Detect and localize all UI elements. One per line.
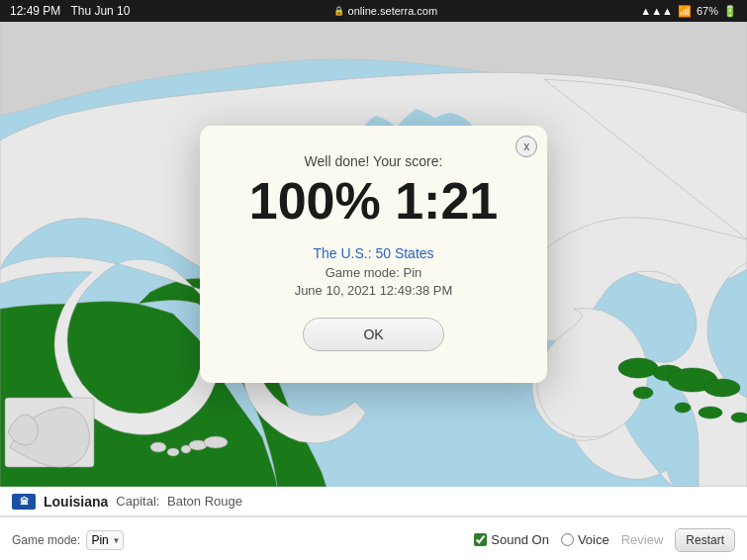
location-flag-icon: 🏛 [12,494,36,510]
status-day: Thu Jun 10 [70,4,130,18]
location-bar: 🏛 Louisiana Capital: Baton Rouge [0,487,747,516]
lock-icon: 🔒 [333,6,344,16]
modal-score: 100% 1:21 [249,173,499,230]
voice-label: Voice [578,532,609,547]
sound-on-checkbox-label[interactable]: Sound On [474,532,549,547]
status-bar-right: ▲▲▲ 📶 67% 🔋 [640,5,737,18]
battery-level: 67% [697,5,718,17]
location-capital-label: Capital: Baton Rouge [116,494,242,509]
status-bar-center: 🔒 online.seterra.com [333,5,438,17]
location-name: Louisiana [44,494,108,510]
restart-button[interactable]: Restart [675,528,735,552]
game-mode-section: Game mode: Pin [12,530,124,550]
battery-icon: 🔋 [723,5,737,18]
map-area: x Well done! Your score: 100% 1:21 The U… [0,22,747,487]
modal-ok-button[interactable]: OK [303,318,443,351]
game-mode-label: Game mode: [12,533,80,547]
voice-radio-label[interactable]: Voice [561,532,609,547]
review-button[interactable]: Review [621,532,664,547]
modal-close-button[interactable]: x [515,136,537,157]
url-display: online.seterra.com [348,5,438,17]
status-bar: 12:49 PM Thu Jun 10 🔒 online.seterra.com… [0,0,747,22]
status-bar-left: 12:49 PM Thu Jun 10 [10,4,130,18]
modal-subtitle: Well done! Your score: [249,153,499,169]
modal-datetime: June 10, 2021 12:49:38 PM [249,283,499,298]
score-modal: x Well done! Your score: 100% 1:21 The U… [200,126,548,383]
game-mode-dropdown-wrapper[interactable]: Pin [86,530,124,550]
sound-on-checkbox[interactable] [474,533,487,546]
signal-icon: ▲▲▲ [640,5,673,17]
bottom-bar-right: Sound On Voice Review Restart [474,528,735,552]
status-time: 12:49 PM [10,4,60,18]
modal-overlay: x Well done! Your score: 100% 1:21 The U… [0,22,747,487]
modal-game-title: The U.S.: 50 States [249,245,499,261]
game-mode-select[interactable]: Pin [86,530,124,550]
game-mode-bar: Game mode: Pin Sound On Voice Review Res… [0,516,747,560]
modal-game-mode: Game mode: Pin [249,265,499,280]
sound-on-label: Sound On [491,532,549,547]
voice-radio[interactable] [561,533,574,546]
wifi-icon: 📶 [678,5,692,18]
